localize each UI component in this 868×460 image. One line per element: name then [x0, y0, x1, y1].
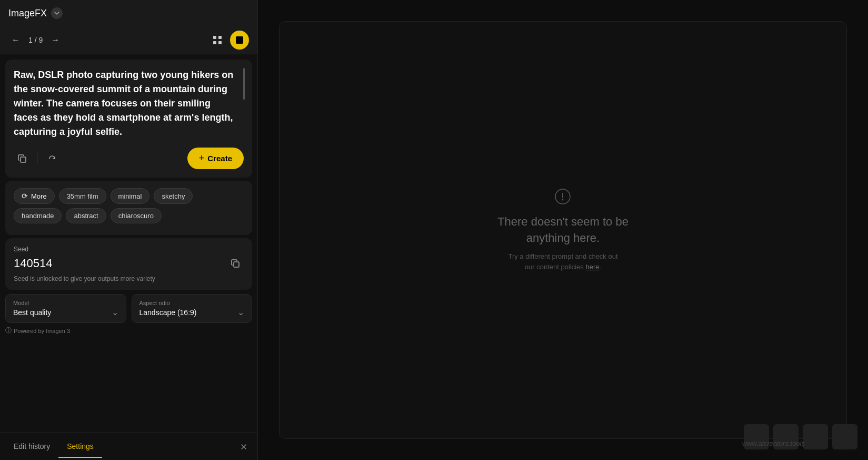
create-button-label: Create: [207, 154, 232, 163]
more-chip-label: More: [31, 192, 47, 200]
watermark: www.aicreators.tools: [742, 439, 805, 447]
refresh-icon: ⟳: [22, 192, 28, 200]
svg-point-8: [562, 199, 564, 200]
seed-copy-button[interactable]: [227, 255, 244, 272]
empty-warning-icon: [554, 188, 571, 209]
app-header: ImageFX: [0, 0, 257, 26]
nav-page-indicator: 1 / 9: [28, 36, 43, 44]
model-value-row: Best quality ⌄: [13, 307, 118, 317]
canvas-area: There doesn't seem to beanything here. T…: [279, 21, 847, 439]
chip-sketchy-label: sketchy: [162, 192, 185, 200]
svg-rect-6: [234, 262, 239, 267]
aspect-ratio-value: Landscape (16:9): [139, 308, 197, 317]
action-divider: [37, 153, 37, 164]
chip-chiaroscuro[interactable]: chiaroscuro: [111, 208, 162, 223]
svg-rect-0: [213, 36, 216, 39]
tab-edit-history[interactable]: Edit history: [5, 436, 58, 458]
chip-chiaroscuro-label: chiaroscuro: [118, 212, 154, 220]
chip-35mm-film[interactable]: 35mm film: [59, 188, 106, 204]
seed-value[interactable]: 140514: [14, 257, 52, 270]
nav-forward-button[interactable]: →: [48, 33, 63, 47]
nav-bar: ← 1 / 9 →: [0, 26, 257, 54]
single-view-button[interactable]: [230, 31, 249, 50]
style-chips-section: ⟳ More 35mm film minimal sketchy handmad…: [5, 181, 252, 235]
powered-by: ⓘ Powered by Imagen 3: [5, 326, 252, 335]
chip-35mm-film-label: 35mm film: [67, 192, 98, 200]
aspect-ratio-value-row: Landscape (16:9) ⌄: [139, 307, 245, 317]
svg-rect-1: [218, 36, 222, 39]
chip-minimal[interactable]: minimal: [111, 188, 150, 204]
thumbnail-3[interactable]: [803, 424, 828, 449]
info-icon: ⓘ: [5, 326, 12, 335]
model-dropdown[interactable]: Model Best quality ⌄: [5, 294, 126, 323]
app-logo-dropdown[interactable]: [51, 7, 63, 19]
model-label: Model: [13, 300, 118, 306]
nav-left: ← 1 / 9 →: [8, 33, 63, 47]
copy-prompt-button[interactable]: [14, 150, 31, 167]
prompt-text[interactable]: Raw, DSLR photo capturing two young hike…: [14, 68, 244, 139]
prompt-section: Raw, DSLR photo capturing two young hike…: [5, 60, 252, 178]
prompt-action-icons: [14, 150, 61, 167]
svg-rect-4: [236, 36, 243, 44]
chip-abstract-label: abstract: [74, 212, 98, 220]
svg-rect-5: [21, 157, 26, 162]
thumbnail-4[interactable]: [832, 424, 857, 449]
left-panel: ImageFX ← 1 / 9 →: [0, 0, 258, 460]
seed-section: Seed 140514 Seed is unlocked to give you…: [5, 238, 252, 290]
empty-subtitle: Try a different prompt and check outour …: [508, 251, 617, 272]
chip-handmade-label: handmade: [22, 212, 54, 220]
chip-sketchy[interactable]: sketchy: [154, 188, 193, 204]
nav-right: [208, 31, 249, 50]
nav-back-button[interactable]: ←: [8, 33, 23, 47]
seed-label: Seed: [14, 246, 244, 253]
aspect-ratio-arrow-icon: ⌄: [237, 307, 244, 317]
create-plus-icon: +: [199, 153, 205, 164]
prompt-actions: + Create: [14, 148, 244, 169]
model-value: Best quality: [13, 308, 51, 317]
chips-row-2: handmade abstract chiaroscuro: [14, 208, 244, 223]
bottom-tabs: Edit history Settings: [0, 433, 257, 460]
tab-settings[interactable]: Settings: [58, 436, 102, 458]
chip-minimal-label: minimal: [118, 192, 142, 200]
more-chip[interactable]: ⟳ More: [14, 188, 55, 204]
right-panel: There doesn't seem to beanything here. T…: [258, 0, 868, 460]
aspect-ratio-label: Aspect ratio: [139, 300, 245, 306]
powered-by-text: Powered by Imagen 3: [14, 328, 70, 334]
aspect-ratio-dropdown[interactable]: Aspect ratio Landscape (16:9) ⌄: [132, 294, 253, 323]
seed-row: 140514: [14, 255, 244, 272]
empty-title: There doesn't seem to beanything here.: [497, 214, 628, 247]
content-policies-link[interactable]: here: [585, 263, 599, 271]
model-arrow-icon: ⌄: [112, 307, 118, 317]
chips-row-1: ⟳ More 35mm film minimal sketchy: [14, 188, 244, 204]
app-name: ImageFX: [8, 8, 47, 19]
prompt-scrollbar: [243, 68, 245, 100]
tab-close-button[interactable]: [235, 438, 252, 455]
svg-rect-3: [218, 41, 222, 44]
chip-abstract[interactable]: abstract: [66, 208, 106, 223]
seed-hint: Seed is unlocked to give your outputs mo…: [14, 275, 244, 282]
refresh-prompt-button[interactable]: [44, 150, 61, 167]
svg-rect-2: [213, 41, 216, 44]
empty-state: There doesn't seem to beanything here. T…: [497, 188, 628, 272]
app-logo: ImageFX: [8, 7, 63, 19]
chip-handmade[interactable]: handmade: [14, 208, 62, 223]
settings-row: Model Best quality ⌄ Aspect ratio Landsc…: [5, 294, 252, 323]
create-button[interactable]: + Create: [187, 148, 244, 169]
grid-view-button[interactable]: [208, 31, 227, 50]
